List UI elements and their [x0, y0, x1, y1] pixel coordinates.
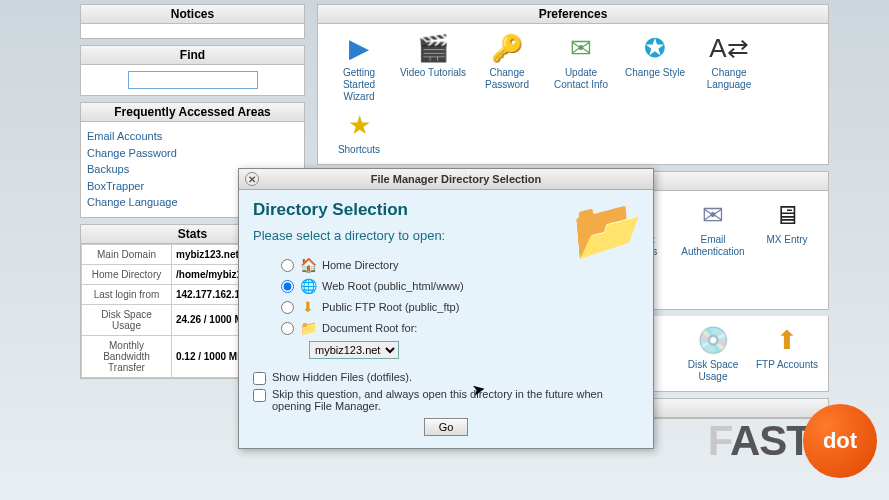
email-auth-icon: ✉	[697, 199, 729, 231]
stats-label: Home Directory	[82, 264, 172, 284]
change-password-icon: 🔑	[491, 32, 523, 64]
stats-label: Main Domain	[82, 244, 172, 264]
change-style[interactable]: ✪Change Style	[620, 30, 690, 105]
radio-docroot[interactable]	[281, 322, 294, 335]
opt-home-label: Home Directory	[322, 259, 398, 271]
email-auth-label: Email Authentication	[680, 234, 746, 258]
prefs-panel: Preferences ▶Getting Started Wizard🎬Vide…	[317, 4, 829, 165]
brand-logo: FAST dot	[708, 404, 877, 478]
go-button[interactable]: Go	[424, 418, 469, 436]
stats-label: Monthly Bandwidth Transfer	[82, 335, 172, 377]
getting-started-icon: ▶	[343, 32, 375, 64]
find-input[interactable]	[128, 71, 258, 89]
opt-webroot-label: Web Root (public_html/www)	[322, 280, 464, 292]
video-tutorials[interactable]: 🎬Video Tutorials	[398, 30, 468, 105]
mx-entry-icon: 🖥	[771, 199, 803, 231]
opt-docroot-label: Document Root for:	[322, 322, 417, 334]
change-style-label: Change Style	[622, 67, 688, 79]
radio-ftproot[interactable]	[281, 301, 294, 314]
email-auth[interactable]: ✉Email Authentication	[678, 197, 748, 303]
mx-entry[interactable]: 🖥MX Entry	[752, 197, 822, 303]
change-style-icon: ✪	[639, 32, 671, 64]
stats-label: Last login from	[82, 284, 172, 304]
docroot-select[interactable]: mybiz123.net	[309, 341, 399, 359]
update-contact[interactable]: ✉Update Contact Info	[546, 30, 616, 105]
shortcuts[interactable]: ★Shortcuts	[324, 107, 394, 158]
directory-selection-modal: ✕ File Manager Directory Selection 📂 Dir…	[238, 168, 654, 449]
home-icon: 🏠	[300, 257, 316, 273]
disk-space[interactable]: 💿Disk Space Usage	[678, 322, 748, 385]
change-language[interactable]: A⇄Change Language	[694, 30, 764, 105]
shortcuts-icon: ★	[343, 109, 375, 141]
folder-icon: 📂	[570, 193, 645, 265]
skip-question-label: Skip this question, and always open this…	[272, 388, 639, 412]
notices-header: Notices	[81, 5, 304, 24]
radio-webroot[interactable]	[281, 280, 294, 293]
shortcuts-label: Shortcuts	[326, 144, 392, 156]
stats-label: Disk Space Usage	[82, 304, 172, 335]
disk-space-icon: 💿	[697, 324, 729, 356]
change-password[interactable]: 🔑Change Password	[472, 30, 542, 105]
modal-title: File Manager Directory Selection	[265, 173, 647, 185]
show-hidden-checkbox[interactable]	[253, 372, 266, 385]
video-tutorials-label: Video Tutorials	[400, 67, 466, 79]
change-language-icon: A⇄	[713, 32, 745, 64]
change-language-label: Change Language	[696, 67, 762, 91]
faa-link-0[interactable]: Email Accounts	[87, 128, 298, 145]
getting-started[interactable]: ▶Getting Started Wizard	[324, 30, 394, 105]
ftp-icon: ⬇	[300, 299, 316, 315]
getting-started-label: Getting Started Wizard	[326, 67, 392, 103]
ftp-accounts-label: FTP Accounts	[754, 359, 820, 371]
notices-panel: Notices	[80, 4, 305, 39]
ftp-accounts[interactable]: ⬆FTP Accounts	[752, 322, 822, 385]
find-panel: Find	[80, 45, 305, 96]
show-hidden-label: Show Hidden Files (dotfiles).	[272, 371, 412, 383]
radio-home[interactable]	[281, 259, 294, 272]
mx-entry-label: MX Entry	[754, 234, 820, 246]
faa-header: Frequently Accessed Areas	[81, 103, 304, 122]
change-password-label: Change Password	[474, 67, 540, 91]
skip-question-checkbox[interactable]	[253, 389, 266, 402]
folder-small-icon: 📁	[300, 320, 316, 336]
find-header: Find	[81, 46, 304, 65]
prefs-header: Preferences	[318, 5, 828, 24]
update-contact-icon: ✉	[565, 32, 597, 64]
faa-link-1[interactable]: Change Password	[87, 145, 298, 162]
update-contact-label: Update Contact Info	[548, 67, 614, 91]
video-tutorials-icon: 🎬	[417, 32, 449, 64]
opt-ftproot-label: Public FTP Root (public_ftp)	[322, 301, 459, 313]
globe-icon: 🌐	[300, 278, 316, 294]
ftp-accounts-icon: ⬆	[771, 324, 803, 356]
close-icon[interactable]: ✕	[245, 172, 259, 186]
disk-space-label: Disk Space Usage	[680, 359, 746, 383]
